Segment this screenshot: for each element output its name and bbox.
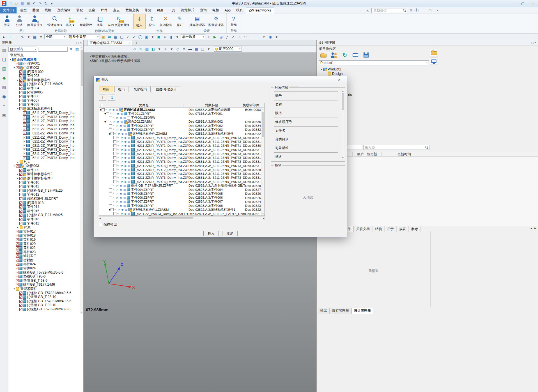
- ribbon-button-账号管理[interactable]: ⚙账号管理 ▾: [26, 14, 44, 29]
- new-file-icon[interactable]: ▯: [8, 1, 13, 6]
- ribbon-button-修订[interactable]: ✎修订: [174, 14, 186, 29]
- menu-item-模具[interactable]: 模具: [233, 7, 246, 13]
- tree-item[interactable]: 零件011: [8, 221, 80, 226]
- row-checkbox[interactable]: [113, 176, 116, 179]
- scroll-down-icon[interactable]: ▼: [342, 156, 344, 159]
- search-icon[interactable]: [403, 9, 406, 12]
- column-filename[interactable]: 文件名: [104, 103, 183, 107]
- tree-item[interactable]: ▾滚球轴承标准件1: [8, 107, 80, 111]
- expander-icon[interactable]: ▸: [16, 226, 19, 229]
- row-checkbox[interactable]: [109, 196, 112, 199]
- tree-item[interactable]: _6211-2Z_PART3_Domy_Ina: [8, 115, 80, 119]
- assembly-mode-icon[interactable]: ▣: [144, 34, 149, 40]
- checkin-row[interactable]: ▾✎⇄◉▥滚球轴承标准件1.Z3ASMDes-02822,A,3:滚球轴承标准件…: [99, 208, 265, 212]
- tree-item[interactable]: (-)螺栓 GB_T5782-M8x40-5.6: [8, 299, 80, 303]
- tree-checkbox[interactable]: [19, 87, 22, 90]
- expander-icon[interactable]: ▸: [16, 79, 19, 81]
- assembly-caret-icon[interactable]: ▾: [150, 34, 155, 40]
- project-tree-item[interactable]: ▾Product1: [319, 67, 429, 72]
- menu-item-线框[interactable]: 线框: [42, 7, 54, 13]
- save-icon[interactable]: ▥: [20, 1, 25, 6]
- checkin-confirm-button[interactable]: 检入: [203, 231, 219, 236]
- tree-checkbox[interactable]: [19, 99, 22, 102]
- team-members-button[interactable]: [330, 51, 339, 59]
- product-combo[interactable]: Product1 ▾: [319, 60, 429, 65]
- scroll-thumb[interactable]: [148, 217, 193, 219]
- row-checkbox[interactable]: [109, 116, 112, 119]
- tree-checkbox[interactable]: [19, 82, 22, 86]
- bottom-tab-设计管理器[interactable]: 设计管理器: [351, 308, 373, 314]
- checkin-row[interactable]: ✎⇄◉▥_6211-2ZNR_PART1_Domy_Ina.Z3PRTDes-0…: [99, 144, 265, 148]
- history-tab-icon[interactable]: ▤: [1, 47, 7, 53]
- checkin-row[interactable]: ✎⇄◉▥_6211-2ZNR_PART3_Domy_Ina.Z3PRTDes-0…: [99, 156, 265, 160]
- checkin-row[interactable]: ✎⇄◉▥_6211-2ZNR_PART3_Domy_Ina.Z3PRTDes-0…: [99, 160, 265, 164]
- settings-gear-icon[interactable]: ⚙: [408, 8, 413, 13]
- selection-mode-combo[interactable]: 单一选择▾: [181, 34, 205, 39]
- menu-item-ZWTeamworks[interactable]: ZWTeamworks: [246, 7, 274, 13]
- row-checkbox[interactable]: [113, 160, 116, 163]
- assembly-tree-tab-icon[interactable]: ◫: [1, 57, 7, 62]
- dialog-close-button[interactable]: ×: [334, 77, 345, 82]
- row-checkbox[interactable]: [113, 152, 116, 155]
- tree-checkbox[interactable]: [23, 148, 26, 151]
- tree-checkbox[interactable]: [16, 283, 19, 286]
- curve-icon[interactable]: ~: [249, 34, 255, 40]
- tree-item[interactable]: ▾(-)装配003: [8, 164, 80, 168]
- menu-item-视觉样式[interactable]: 视觉样式: [178, 7, 197, 13]
- checkin-row[interactable]: ✎⇄◉▥零件007.Z3PRTDes-02824,A,3:零件007Des-02…: [99, 200, 265, 204]
- tree-checkbox[interactable]: [23, 111, 26, 114]
- tree-item[interactable]: (-)螺栓 GB_T 27-M8x25: [8, 82, 80, 86]
- scroll-up-icon[interactable]: ▲: [262, 108, 264, 111]
- ribbon-button-登录[interactable]: 登录: [1, 14, 13, 29]
- tree-item[interactable]: 零件009: [8, 168, 80, 172]
- tab-close-icon[interactable]: ×: [129, 41, 130, 45]
- angle-icon[interactable]: ∠: [231, 34, 236, 40]
- selection-arrow-icon[interactable]: ▸: [1, 34, 7, 40]
- row-checkbox[interactable]: [109, 128, 112, 131]
- tree-checkbox[interactable]: [19, 308, 22, 311]
- checkin-row[interactable]: ✎⇄◉▥_6211-2ZNR_PART3_Domy_Ina.Z3PRTDes-0…: [99, 176, 265, 180]
- new-project-button[interactable]: [319, 51, 328, 59]
- tree-item[interactable]: 零件010: [8, 180, 80, 185]
- tree-checkbox[interactable]: [19, 103, 22, 106]
- scroll-right-icon[interactable]: ▶: [263, 217, 265, 220]
- tree-item[interactable]: (F)零件002: [8, 70, 80, 74]
- tree-checkbox[interactable]: [16, 279, 19, 282]
- ribbon-button-从PLM更新属性[interactable]: ↻PLM从PLM更新属性: [106, 14, 131, 29]
- tree-item[interactable]: 零件008: [8, 103, 80, 107]
- book-tab-icon[interactable]: ▥: [1, 66, 7, 72]
- tree-item[interactable]: 零件018: [8, 234, 80, 238]
- grid-icon[interactable]: ▦: [194, 46, 199, 52]
- checkin-row[interactable]: ▾✎⇄◉▥零件001.Z3PRTDes-07316,A,2:零件001: [99, 112, 265, 116]
- tab-参考[interactable]: 参考: [409, 226, 421, 232]
- menu-item-曲面[interactable]: 曲面: [29, 7, 42, 13]
- refresh-button[interactable]: 刷新: [99, 86, 113, 92]
- tree-checkbox[interactable]: [23, 123, 26, 127]
- tree-checkbox[interactable]: [23, 120, 26, 123]
- column-update-time[interactable]: 更新时间: [381, 152, 427, 157]
- tree-checkbox[interactable]: [16, 246, 19, 249]
- trim-scissors-icon[interactable]: ✂: [261, 34, 267, 40]
- menu-item-点云[interactable]: 点云: [110, 7, 123, 13]
- folder-view-button[interactable]: [430, 49, 438, 56]
- arc-icon[interactable]: ◠: [243, 34, 249, 40]
- checkin-row[interactable]: ✎⇄◉▥_6211-2ZNR_PART3_Domy_Ina.Z3PRTDes-0…: [99, 152, 265, 156]
- tree-item[interactable]: (F)零件013: [8, 201, 80, 205]
- checkin-row[interactable]: ✎⇄◉▥零件006.Z3PRTDes-02825,A,3:零件006Des-02…: [99, 196, 265, 200]
- ribbon-button-检出[interactable]: ↥检出: [146, 14, 158, 29]
- add-entity-icon[interactable]: +: [7, 34, 13, 40]
- scroll-thumb[interactable]: [262, 112, 264, 137]
- ribbon-button-注销[interactable]: 注销: [13, 14, 26, 29]
- tree-item[interactable]: 零件006: [8, 94, 80, 98]
- tabs-scroll-right-icon[interactable]: ▶: [534, 227, 536, 230]
- panel-close-icon[interactable]: ×: [535, 41, 536, 44]
- project-tree-item[interactable]: Design: [319, 72, 429, 76]
- tree-checkbox[interactable]: [16, 234, 19, 237]
- tree-checkbox[interactable]: [16, 275, 19, 278]
- open-folder-icon[interactable]: ▱: [14, 1, 19, 6]
- tab-用于[interactable]: 用于: [385, 226, 397, 232]
- tree-item[interactable]: 螺栓GB_T5782-M6x35-5.6: [8, 270, 80, 275]
- row-checkbox[interactable]: [109, 200, 112, 203]
- tree-checkbox[interactable]: [19, 304, 22, 307]
- tree-checkbox[interactable]: [16, 259, 19, 262]
